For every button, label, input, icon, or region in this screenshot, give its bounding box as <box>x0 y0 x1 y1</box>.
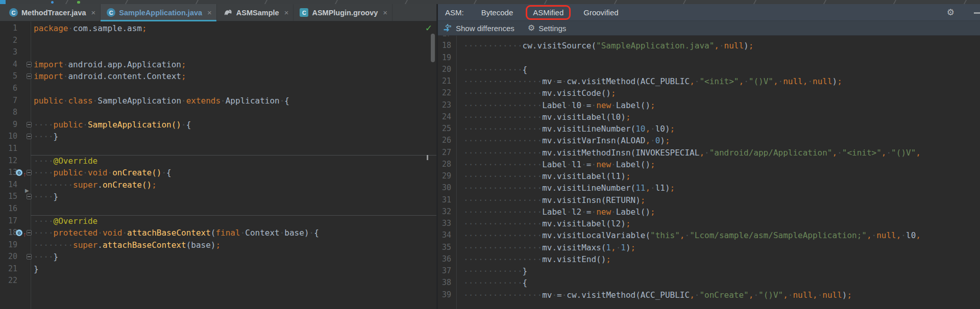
breadcrumb-slash <box>964 0 967 4</box>
code-text: ····} <box>34 131 436 143</box>
overrides-method-icon[interactable]: o <box>16 229 22 236</box>
code-text: import·android.content.Context; <box>34 70 436 83</box>
line-number: 37 <box>438 265 451 277</box>
editor-tab-methodtracer-java[interactable]: CMethodTracer.java× <box>3 4 101 21</box>
editor-tab-sampleapplication-java[interactable]: CSampleApplication.java× <box>101 4 217 21</box>
whitespace-dots: ········ <box>34 180 73 190</box>
code-token: "this" <box>650 230 680 240</box>
code-token: , <box>783 290 788 300</box>
gear-icon[interactable]: ⚙ <box>947 8 954 17</box>
code-token: null <box>793 290 813 300</box>
code-token: 1 <box>606 243 611 252</box>
code-text: ············} <box>463 265 980 277</box>
whitespace-dots: ············ <box>463 41 523 50</box>
code-text: ········super.onCreate(); <box>34 179 436 191</box>
code-line: 19 <box>438 52 980 64</box>
line-number: 4 <box>0 59 17 71</box>
line-number: 8 <box>0 107 17 119</box>
close-icon[interactable]: × <box>383 9 387 16</box>
show-differences-button[interactable]: Show differences <box>456 24 514 33</box>
editor-tab-asmplugin-groovy[interactable]: CASMPlugin.groovy× <box>293 4 393 21</box>
code-token: , <box>645 124 650 134</box>
code-token: , <box>611 243 616 252</box>
fold-end-icon[interactable] <box>27 134 32 139</box>
code-token: (base) <box>186 240 216 250</box>
whitespace-dots: · <box>650 183 655 193</box>
breadcrumb-slash <box>753 0 756 4</box>
code-text: ················mv·=·cw.visitMethod(ACC_… <box>463 75 980 87</box>
fold-end-icon[interactable] <box>27 194 32 199</box>
close-icon[interactable]: × <box>284 9 289 16</box>
code-token: ; <box>626 171 631 181</box>
settings-button[interactable]: Settings <box>538 24 566 33</box>
code-token: ; <box>626 112 631 122</box>
code-token: , <box>803 76 808 86</box>
editor-scrollbar[interactable] <box>431 34 435 62</box>
whitespace-dots: · <box>161 168 166 177</box>
code-token: ; <box>142 23 147 33</box>
line-number: 38 <box>438 277 451 289</box>
code-line: 35················mv.visitMaxs(1,·1); <box>438 242 980 253</box>
fold-start-icon[interactable] <box>27 122 32 127</box>
method-separator <box>31 155 436 156</box>
whitespace-dots: · <box>611 160 616 169</box>
code-token: attachBaseContext <box>103 240 186 250</box>
whitespace-dots: · <box>567 100 572 110</box>
fold-start-icon[interactable] <box>27 170 32 175</box>
code-token: 1 <box>621 243 626 252</box>
hide-panel-icon[interactable] <box>974 12 980 14</box>
code-line: 31················mv.visitInsn(RETURN); <box>438 194 980 206</box>
asmified-output-editor[interactable]: 1718············cw.visitSource("SampleAp… <box>438 36 980 309</box>
fold-start-icon[interactable] <box>27 62 32 67</box>
whitespace-dots: ···· <box>34 120 54 130</box>
code-token: mv.visitInsn(RETURN) <box>542 195 641 205</box>
whitespace-dots: · <box>591 100 596 110</box>
overrides-method-icon[interactable]: o <box>16 169 22 176</box>
code-token: { <box>314 228 319 238</box>
code-token: Application <box>226 96 280 106</box>
close-icon[interactable]: × <box>91 9 96 16</box>
whitespace-dots: · <box>83 168 88 177</box>
code-line: 20····} <box>0 251 436 263</box>
code-token: android.content.Context <box>68 71 181 81</box>
code-token: "onCreate" <box>699 290 748 300</box>
inspection-ok-icon[interactable]: ✓ <box>425 23 432 33</box>
whitespace-dots: · <box>83 120 88 130</box>
code-token: l2 <box>572 207 581 217</box>
breadcrumb-slash <box>125 0 128 4</box>
asm-tab-groovified[interactable]: Groovified <box>583 8 618 17</box>
fold-end-icon[interactable] <box>27 73 32 79</box>
code-token: Label <box>542 207 567 217</box>
java-source-editor[interactable]: 1package·com.sample.asm;234import·androi… <box>0 21 436 309</box>
whitespace-dots: · <box>567 160 572 169</box>
fold-start-icon[interactable] <box>27 230 32 236</box>
code-text: ················mv.visitInsn(RETURN); <box>463 194 980 206</box>
editor-tab-asmsample[interactable]: ASMSample× <box>217 4 294 21</box>
code-token: public <box>54 168 83 177</box>
code-line: 26················mv.visitVarInsn(ALOAD,… <box>438 135 980 146</box>
whitespace-dots: · <box>695 290 700 300</box>
code-token: , <box>896 230 901 240</box>
code-line: 22················mv.visitCode(); <box>438 87 980 99</box>
code-token: cw.visitMethod(ACC_PUBLIC <box>567 290 690 300</box>
code-token: super <box>73 180 97 190</box>
close-icon[interactable]: × <box>207 9 212 16</box>
code-line: 27················mv.visitMethodInsn(INV… <box>438 147 980 159</box>
code-token: . <box>97 240 103 250</box>
code-text: ················mv.visitMaxs(1,·1); <box>463 242 980 253</box>
asm-tab-asmified[interactable]: ASMified <box>526 5 571 20</box>
code-token: l0) <box>655 124 670 134</box>
code-line: 29················mv.visitLabel(l1); <box>438 170 980 182</box>
whitespace-dots: ················ <box>463 124 542 134</box>
fold-end-icon[interactable] <box>27 254 32 260</box>
whitespace-dots: ···· <box>34 192 54 201</box>
asm-tab-bytecode[interactable]: Bytecode <box>481 8 513 17</box>
whitespace-dots: · <box>581 207 586 217</box>
whitespace-dots: ················ <box>463 76 542 86</box>
line-number: 33 <box>438 218 451 229</box>
breadcrumb-slash <box>544 0 547 4</box>
breadcrumb-slash <box>335 0 338 4</box>
code-token: Label <box>542 160 567 169</box>
whitespace-dots: · <box>591 160 596 169</box>
code-token: ) <box>832 76 838 86</box>
